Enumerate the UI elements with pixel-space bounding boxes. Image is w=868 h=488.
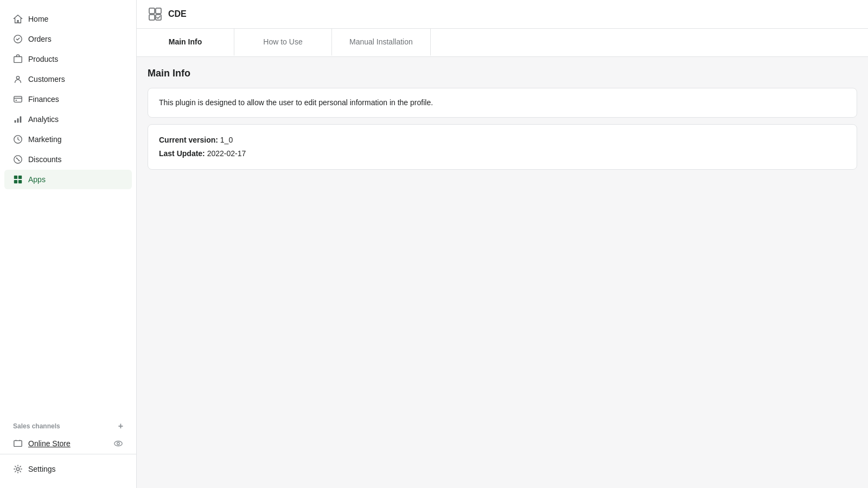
sidebar-item-apps[interactable]: Apps [4,170,132,189]
sidebar-item-discounts-label: Discounts [28,155,61,164]
app-icon [148,7,163,22]
sidebar-bottom: Settings [0,454,136,488]
apps-icon [13,175,23,184]
version-row: Current version: 1_0 [159,133,846,147]
sidebar-item-finances-label: Finances [28,95,59,104]
sidebar-item-customers[interactable]: Customers [4,69,132,89]
svg-rect-6 [17,118,19,123]
svg-rect-17 [14,441,22,447]
svg-point-11 [16,158,17,159]
svg-rect-4 [16,100,17,101]
sidebar-nav: Home Orders Products [0,4,136,415]
sidebar-item-settings[interactable]: Settings [4,459,132,479]
svg-rect-13 [14,176,17,179]
last-update-value: 2022-02-17 [207,149,246,158]
svg-rect-1 [14,57,22,63]
sidebar-item-analytics-label: Analytics [28,115,59,124]
last-update-label: Last Update: [159,149,205,158]
finances-icon [13,94,23,104]
sidebar-item-analytics[interactable]: Analytics [4,110,132,129]
version-value: 1_0 [220,136,233,144]
customers-icon [13,74,23,84]
products-icon [13,54,23,64]
page-header: CDE [137,0,868,29]
svg-rect-7 [20,117,22,123]
sidebar-item-finances[interactable]: Finances [4,89,132,109]
online-store-label: Online Store [28,439,71,448]
version-info: Current version: 1_0 Last Update: 2022-0… [148,125,857,169]
description-card: This plugin is designed to allow the use… [148,88,857,118]
svg-rect-22 [156,8,161,14]
svg-rect-23 [149,15,155,20]
sales-channels-section: Sales channels + Online Store [0,415,136,454]
marketing-icon [13,134,23,144]
add-sales-channel-icon[interactable]: + [118,421,123,431]
sidebar-item-discounts[interactable]: Discounts [4,150,132,169]
eye-icon[interactable] [113,439,123,448]
description-text: This plugin is designed to allow the use… [148,88,857,117]
sidebar-item-orders[interactable]: Orders [4,29,132,49]
svg-point-2 [16,76,19,79]
content-area: Main Info This plugin is designed to all… [137,57,868,488]
version-card: Current version: 1_0 Last Update: 2022-0… [148,124,857,170]
tab-how-to-use[interactable]: How to Use [234,29,332,56]
svg-rect-21 [149,8,155,14]
sidebar-item-orders-label: Orders [28,35,52,43]
sidebar: Home Orders Products [0,0,137,488]
sidebar-item-customers-label: Customers [28,75,65,84]
online-store-icon [13,439,23,448]
section-title: Main Info [148,68,857,79]
svg-point-19 [117,442,120,445]
sidebar-item-home-label: Home [28,15,48,23]
main-content: CDE Main Info How to Use Manual Installa… [137,0,868,488]
analytics-icon [13,114,23,124]
orders-icon [13,34,23,44]
sales-channels-heading: Sales channels + [0,415,136,433]
svg-point-20 [16,467,19,470]
app-title: CDE [168,9,187,19]
svg-point-18 [114,441,122,446]
sidebar-item-marketing-label: Marketing [28,135,61,144]
svg-point-12 [18,160,20,161]
sidebar-item-products-label: Products [28,55,58,63]
svg-rect-14 [18,176,22,179]
last-update-row: Last Update: 2022-02-17 [159,147,846,160]
sidebar-item-marketing[interactable]: Marketing [4,130,132,149]
settings-icon [13,464,23,474]
sidebar-item-home[interactable]: Home [4,9,132,29]
sidebar-item-online-store[interactable]: Online Store [4,434,132,453]
svg-rect-15 [14,180,17,183]
tabs-bar: Main Info How to Use Manual Installation [137,29,868,57]
discounts-icon [13,155,23,164]
home-icon [13,14,23,24]
version-label: Current version: [159,136,218,144]
sidebar-item-apps-label: Apps [28,175,46,184]
sidebar-item-products[interactable]: Products [4,49,132,69]
svg-rect-5 [15,120,16,123]
svg-rect-3 [14,97,22,102]
sidebar-item-settings-label: Settings [28,465,56,473]
tab-main-info[interactable]: Main Info [137,29,234,56]
svg-rect-16 [18,180,22,183]
tab-manual-installation[interactable]: Manual Installation [332,29,431,56]
